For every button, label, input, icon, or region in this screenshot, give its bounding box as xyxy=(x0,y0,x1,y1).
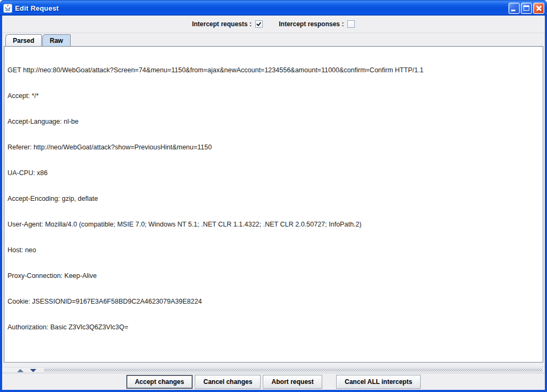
cancel-changes-button[interactable]: Cancel changes xyxy=(195,375,261,389)
request-line: Proxy-Connection: Keep-Alive xyxy=(7,272,540,280)
request-line: Accept: */* xyxy=(7,92,540,100)
request-line: Referer: http://neo/WebGoat/attack?show=… xyxy=(7,143,540,152)
raw-request-editor[interactable]: GET http://neo:80/WebGoat/attack?Screen=… xyxy=(4,46,543,363)
request-line: Cookie: JSESSIONID=9167E3A6F58BD9C2A4623… xyxy=(7,297,540,306)
cancel-all-intercepts-button[interactable]: Cancel ALL intercepts xyxy=(336,375,421,389)
split-pane-divider[interactable] xyxy=(2,367,545,373)
tab-parsed[interactable]: Parsed xyxy=(5,34,42,46)
request-line: Authorization: Basic Z3Vlc3Q6Z3Vlc3Q= xyxy=(7,323,540,331)
request-line: User-Agent: Mozilla/4.0 (compatible; MSI… xyxy=(7,220,540,229)
checkmark-icon xyxy=(256,21,261,26)
tab-raw[interactable]: Raw xyxy=(42,34,71,46)
edit-request-window: Edit Request Intercept requests : Interc… xyxy=(0,0,547,392)
abort-request-button[interactable]: Abort request xyxy=(263,375,322,389)
request-line: Accept-Language: nl-be xyxy=(7,117,540,126)
maximize-icon xyxy=(523,5,529,11)
request-view-tabs: Parsed Raw xyxy=(2,33,545,46)
intercept-requests-checkbox[interactable] xyxy=(255,20,263,28)
collapse-up-icon[interactable] xyxy=(17,369,24,372)
intercept-requests-group: Intercept requests : xyxy=(192,20,263,28)
minimize-icon xyxy=(511,10,515,11)
collapse-down-icon[interactable] xyxy=(30,369,36,372)
divider-texture xyxy=(44,368,543,372)
intercept-options-panel: Intercept requests : Intercept responses… xyxy=(2,16,545,33)
window-title: Edit Request xyxy=(15,4,508,12)
intercept-responses-label: Intercept responses : xyxy=(279,20,344,28)
maximize-button[interactable] xyxy=(521,3,532,14)
request-line: Host: neo xyxy=(7,246,540,254)
window-controls xyxy=(508,3,544,14)
intercept-responses-checkbox[interactable] xyxy=(347,20,355,28)
request-line: Accept-Encoding: gzip, deflate xyxy=(7,194,540,203)
action-button-bar: Accept changes Cancel changes Abort requ… xyxy=(2,373,545,390)
intercept-requests-label: Intercept requests : xyxy=(192,20,252,28)
minimize-button[interactable] xyxy=(508,3,520,14)
request-line: GET http://neo:80/WebGoat/attack?Screen=… xyxy=(7,66,540,74)
accept-changes-button[interactable]: Accept changes xyxy=(126,375,193,389)
close-button[interactable] xyxy=(533,3,544,14)
window-content: Intercept requests : Intercept responses… xyxy=(2,16,545,390)
intercept-responses-group: Intercept responses : xyxy=(279,20,355,28)
request-line: UA-CPU: x86 xyxy=(7,169,540,177)
java-app-icon xyxy=(3,4,12,13)
titlebar[interactable]: Edit Request xyxy=(0,0,547,16)
